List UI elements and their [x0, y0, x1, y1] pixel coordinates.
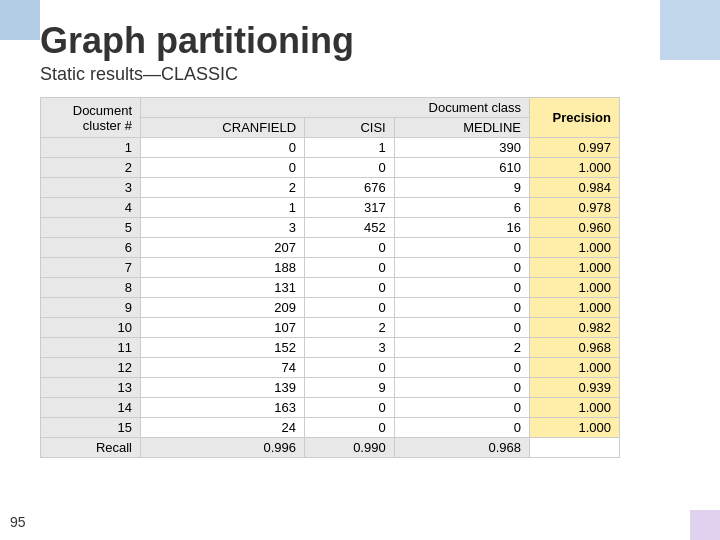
cell-precision: 1.000	[530, 398, 620, 418]
deco-bottom-right	[690, 510, 720, 540]
cell-cluster: 10	[41, 318, 141, 338]
table-row: 53452160.960	[41, 218, 620, 238]
header-precision: Precision	[530, 98, 620, 138]
cell-medline: 2	[394, 338, 529, 358]
cell-cluster: 12	[41, 358, 141, 378]
cell-cranfield: 3	[141, 218, 305, 238]
cell-cluster: 5	[41, 218, 141, 238]
cell-precision: 1.000	[530, 298, 620, 318]
table-row: 2006101.000	[41, 158, 620, 178]
cell-medline: 0	[394, 298, 529, 318]
cell-cisi: 0	[305, 358, 395, 378]
cell-cisi: 0	[305, 418, 395, 438]
cell-cluster: 9	[41, 298, 141, 318]
cell-cluster: 7	[41, 258, 141, 278]
cell-medline: 0	[394, 238, 529, 258]
cell-cranfield: 1	[141, 198, 305, 218]
cell-precision: 1.000	[530, 278, 620, 298]
cell-cisi: 3	[305, 338, 395, 358]
cell-cluster: 8	[41, 278, 141, 298]
cell-cranfield: 107	[141, 318, 305, 338]
cell-medline: 9	[394, 178, 529, 198]
cell-cisi: 0	[305, 398, 395, 418]
cell-cranfield: 0	[141, 158, 305, 178]
data-table: Documentcluster # Document class Precisi…	[40, 97, 620, 458]
deco-top-left	[0, 0, 40, 40]
page-title: Graph partitioning	[40, 20, 710, 62]
cell-cisi: 1	[305, 138, 395, 158]
cell-cluster: 14	[41, 398, 141, 418]
cell-cranfield: 188	[141, 258, 305, 278]
table-row: 9209001.000	[41, 298, 620, 318]
cell-medline: 16	[394, 218, 529, 238]
table-row: 4131760.978	[41, 198, 620, 218]
cell-cluster: 3	[41, 178, 141, 198]
table-row: 11152320.968	[41, 338, 620, 358]
cell-precision: 0.984	[530, 178, 620, 198]
cell-cranfield: 0	[141, 138, 305, 158]
header-document-class: Document class	[141, 98, 530, 118]
cell-cisi: 0	[305, 158, 395, 178]
header-cisi: CISI	[305, 118, 395, 138]
cell-cranfield: 131	[141, 278, 305, 298]
recall-cisi: 0.990	[305, 438, 395, 458]
cell-cisi: 0	[305, 258, 395, 278]
main-content: Graph partitioning Static results—CLASSI…	[40, 10, 710, 458]
recall-cranfield: 0.996	[141, 438, 305, 458]
header-document-cluster: Documentcluster #	[41, 98, 141, 138]
table-row: 1013900.997	[41, 138, 620, 158]
table-row: 8131001.000	[41, 278, 620, 298]
page-number: 95	[10, 514, 26, 530]
cell-medline: 0	[394, 418, 529, 438]
cell-cisi: 0	[305, 238, 395, 258]
cell-cranfield: 139	[141, 378, 305, 398]
cell-cranfield: 24	[141, 418, 305, 438]
cell-medline: 6	[394, 198, 529, 218]
table-row: 6207001.000	[41, 238, 620, 258]
table-row: 13139900.939	[41, 378, 620, 398]
recall-medline: 0.968	[394, 438, 529, 458]
table-row: 3267690.984	[41, 178, 620, 198]
table-row: 1524001.000	[41, 418, 620, 438]
cell-medline: 0	[394, 358, 529, 378]
cell-precision: 1.000	[530, 358, 620, 378]
cell-cranfield: 2	[141, 178, 305, 198]
cell-cisi: 0	[305, 278, 395, 298]
cell-precision: 1.000	[530, 418, 620, 438]
recall-precision-empty	[530, 438, 620, 458]
cell-precision: 0.939	[530, 378, 620, 398]
cell-cranfield: 209	[141, 298, 305, 318]
cell-cluster: 4	[41, 198, 141, 218]
cell-cluster: 13	[41, 378, 141, 398]
cell-cranfield: 163	[141, 398, 305, 418]
cell-precision: 1.000	[530, 258, 620, 278]
cell-precision: 1.000	[530, 238, 620, 258]
cell-medline: 0	[394, 378, 529, 398]
cell-cisi: 0	[305, 298, 395, 318]
table-row: 7188001.000	[41, 258, 620, 278]
cell-cluster: 15	[41, 418, 141, 438]
cell-medline: 0	[394, 318, 529, 338]
cell-precision: 0.968	[530, 338, 620, 358]
cell-precision: 0.978	[530, 198, 620, 218]
table-row: 14163001.000	[41, 398, 620, 418]
page-subtitle: Static results—CLASSIC	[40, 64, 710, 85]
cell-medline: 0	[394, 398, 529, 418]
header-medline: MEDLINE	[394, 118, 529, 138]
cell-cluster: 11	[41, 338, 141, 358]
cell-precision: 0.960	[530, 218, 620, 238]
cell-medline: 0	[394, 278, 529, 298]
header-cranfield: CRANFIELD	[141, 118, 305, 138]
cell-medline: 0	[394, 258, 529, 278]
cell-cisi: 9	[305, 378, 395, 398]
cell-precision: 0.997	[530, 138, 620, 158]
cell-precision: 0.982	[530, 318, 620, 338]
cell-cluster: 6	[41, 238, 141, 258]
recall-row: Recall0.9960.9900.968	[41, 438, 620, 458]
cell-cranfield: 152	[141, 338, 305, 358]
table-row: 10107200.982	[41, 318, 620, 338]
cell-cisi: 452	[305, 218, 395, 238]
cell-medline: 390	[394, 138, 529, 158]
cell-medline: 610	[394, 158, 529, 178]
cell-cisi: 317	[305, 198, 395, 218]
